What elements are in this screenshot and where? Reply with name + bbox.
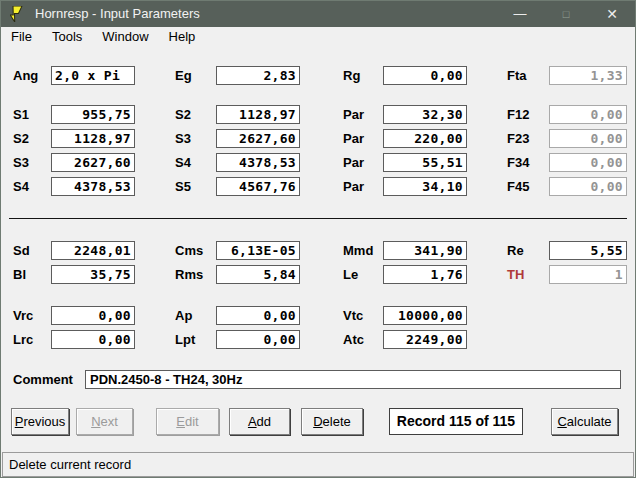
param-bl-label: Bl xyxy=(13,265,26,284)
param-s2-label: S2 xyxy=(13,129,29,148)
param-par34-field[interactable] xyxy=(383,153,467,172)
param-vtc-field[interactable] xyxy=(383,306,467,325)
param-lpt-label: Lpt xyxy=(175,330,195,349)
menu-item-file[interactable]: File xyxy=(1,27,42,48)
param-atc-label: Atc xyxy=(343,330,364,349)
previous-button[interactable]: Previous xyxy=(11,408,69,435)
param-th-label: TH xyxy=(507,265,524,284)
hornresp-window: Hornresp - Input Parameters — □ ✕ File T… xyxy=(0,0,636,478)
param-f12-label: F12 xyxy=(507,105,529,124)
close-button[interactable]: ✕ xyxy=(589,1,635,27)
param-lpt-field[interactable] xyxy=(216,330,300,349)
comment-label: Comment xyxy=(13,370,73,389)
param-re-field[interactable] xyxy=(549,241,627,260)
param-s5-field[interactable] xyxy=(216,177,300,196)
param-s4-field[interactable] xyxy=(51,177,135,196)
calculate-button[interactable]: Calculate xyxy=(551,408,618,435)
param-par23-label: Par xyxy=(343,129,364,148)
delete-button[interactable]: Delete xyxy=(301,408,363,435)
param-s2-throat-label: S2 xyxy=(175,105,191,124)
param-le-field[interactable] xyxy=(383,265,467,284)
param-mmd-label: Mmd xyxy=(343,241,373,260)
param-s3-throat-label: S3 xyxy=(175,129,191,148)
param-ang-label: Ang xyxy=(13,66,38,85)
window-title: Hornresp - Input Parameters xyxy=(35,1,200,27)
menu-bar: File Tools Window Help xyxy=(1,27,635,48)
param-s4-label: S4 xyxy=(13,177,29,196)
param-ap-label: Ap xyxy=(175,306,192,325)
param-re-label: Re xyxy=(507,241,524,260)
param-eg-field[interactable] xyxy=(216,66,300,85)
param-rms-field[interactable] xyxy=(216,265,300,284)
maximize-button[interactable]: □ xyxy=(543,1,589,27)
param-f45-label: F45 xyxy=(507,177,529,196)
param-s3-label: S3 xyxy=(13,153,29,172)
param-par34-label: Par xyxy=(343,153,364,172)
param-s5-label: S5 xyxy=(175,177,191,196)
minimize-button[interactable]: — xyxy=(497,1,543,27)
param-s3-field[interactable] xyxy=(51,153,135,172)
param-s1-field[interactable] xyxy=(51,105,135,124)
param-lrc-label: Lrc xyxy=(13,330,33,349)
param-f12-field xyxy=(549,105,627,124)
param-fta-field xyxy=(549,66,627,85)
param-f23-field xyxy=(549,129,627,148)
param-s4-throat-label: S4 xyxy=(175,153,191,172)
param-cms-field[interactable] xyxy=(216,241,300,260)
status-bar: Delete current record xyxy=(2,452,634,477)
param-th-field xyxy=(549,265,627,284)
lightning-bolt-icon[interactable] xyxy=(10,6,26,22)
param-par45-field[interactable] xyxy=(383,177,467,196)
param-s4-throat-field[interactable] xyxy=(216,153,300,172)
param-rg-field[interactable] xyxy=(383,66,467,85)
param-f34-field xyxy=(549,153,627,172)
section-divider xyxy=(9,218,627,219)
param-sd-field[interactable] xyxy=(51,241,135,260)
param-par23-field[interactable] xyxy=(383,129,467,148)
param-s1-label: S1 xyxy=(13,105,29,124)
param-vrc-field[interactable] xyxy=(51,306,135,325)
param-eg-label: Eg xyxy=(175,66,192,85)
param-lrc-field[interactable] xyxy=(51,330,135,349)
param-f34-label: F34 xyxy=(507,153,529,172)
menu-item-tools[interactable]: Tools xyxy=(42,27,92,48)
param-f45-field xyxy=(549,177,627,196)
param-cms-label: Cms xyxy=(175,241,203,260)
next-button: Next xyxy=(76,408,133,435)
param-ang-field[interactable] xyxy=(51,66,135,85)
param-le-label: Le xyxy=(343,265,358,284)
param-sd-label: Sd xyxy=(13,241,30,260)
comment-field[interactable] xyxy=(85,370,621,389)
param-par12-label: Par xyxy=(343,105,364,124)
edit-button: Edit xyxy=(156,408,219,435)
param-vtc-label: Vtc xyxy=(343,306,363,325)
add-button[interactable]: Add xyxy=(229,408,290,435)
param-par45-label: Par xyxy=(343,177,364,196)
param-rg-label: Rg xyxy=(343,66,360,85)
title-bar: Hornresp - Input Parameters — □ ✕ xyxy=(1,1,635,27)
menu-item-window[interactable]: Window xyxy=(92,27,158,48)
param-ap-field[interactable] xyxy=(216,306,300,325)
param-s2-field[interactable] xyxy=(51,129,135,148)
param-bl-field[interactable] xyxy=(51,265,135,284)
param-vrc-label: Vrc xyxy=(13,306,33,325)
menu-item-help[interactable]: Help xyxy=(159,27,206,48)
param-f23-label: F23 xyxy=(507,129,529,148)
record-counter: Record 115 of 115 xyxy=(389,408,523,435)
param-s3-throat-field[interactable] xyxy=(216,129,300,148)
param-s2-throat-field[interactable] xyxy=(216,105,300,124)
param-par12-field[interactable] xyxy=(383,105,467,124)
param-atc-field[interactable] xyxy=(383,330,467,349)
param-mmd-field[interactable] xyxy=(383,241,467,260)
param-fta-label: Fta xyxy=(507,66,527,85)
param-rms-label: Rms xyxy=(175,265,203,284)
